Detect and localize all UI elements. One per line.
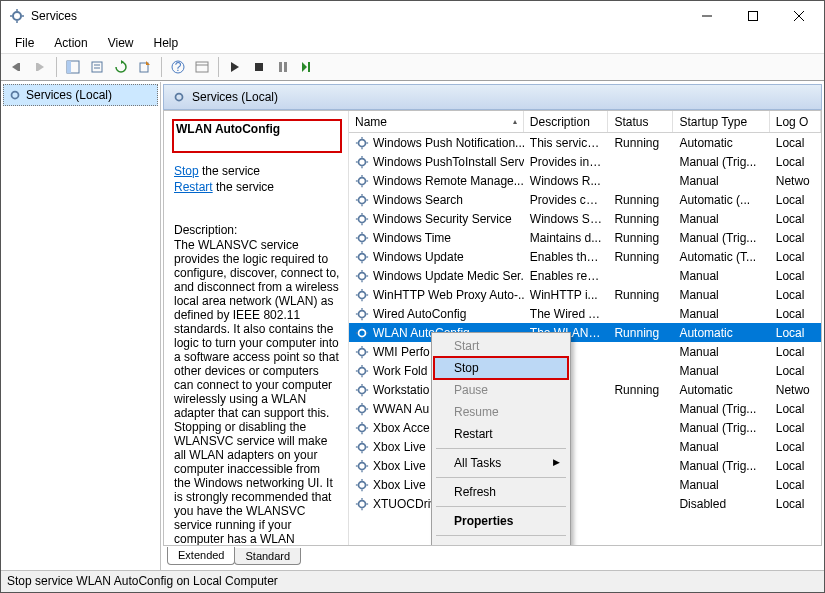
ctx-pause: Pause <box>434 379 568 401</box>
gear-icon <box>355 345 369 359</box>
service-row[interactable]: Windows Remote Manage...Windows R...Manu… <box>349 171 821 190</box>
col-startup-type[interactable]: Startup Type <box>673 111 769 132</box>
svg-rect-10 <box>36 63 38 71</box>
tab-standard[interactable]: Standard <box>234 548 301 565</box>
show-hide-tree-button[interactable] <box>62 56 84 78</box>
col-name[interactable]: Name▴ <box>349 111 524 132</box>
description-text: The WLANSVC service provides the logic r… <box>174 238 340 545</box>
restart-service-button[interactable] <box>296 56 318 78</box>
service-row[interactable]: Work Foldvice ...ManualLocal <box>349 361 821 380</box>
gear-icon <box>355 326 369 340</box>
gear-icon <box>355 231 369 245</box>
refresh-button[interactable] <box>110 56 132 78</box>
console-properties-button[interactable] <box>191 56 213 78</box>
svg-point-97 <box>359 405 366 412</box>
svg-point-107 <box>359 443 366 450</box>
pause-service-button[interactable] <box>272 56 294 78</box>
service-row[interactable]: WinHTTP Web Proxy Auto-...WinHTTP i...Ru… <box>349 285 821 304</box>
ctx-stop[interactable]: Stop <box>434 357 568 379</box>
col-logon[interactable]: Log O <box>770 111 821 132</box>
restart-link[interactable]: Restart <box>174 180 213 194</box>
menu-help[interactable]: Help <box>144 34 189 52</box>
ctx-start: Start <box>434 335 568 357</box>
service-row[interactable]: Xbox Accevice ...Manual (Trig...Local <box>349 418 821 437</box>
svg-point-25 <box>12 92 19 99</box>
close-button[interactable] <box>776 1 822 31</box>
svg-rect-21 <box>255 63 263 71</box>
menu-action[interactable]: Action <box>44 34 97 52</box>
minimize-button[interactable] <box>684 1 730 31</box>
svg-point-47 <box>359 215 366 222</box>
gear-icon <box>355 174 369 188</box>
tab-strip: Extended Standard <box>163 548 822 570</box>
maximize-button[interactable] <box>730 1 776 31</box>
gear-icon <box>355 440 369 454</box>
svg-rect-6 <box>749 12 758 21</box>
svg-point-102 <box>359 424 366 431</box>
svg-point-0 <box>13 12 21 20</box>
submenu-arrow-icon: ▶ <box>553 457 560 467</box>
title-bar: Services <box>1 1 824 31</box>
ctx-restart[interactable]: Restart <box>434 423 568 445</box>
svg-point-122 <box>359 500 366 507</box>
col-description[interactable]: Description <box>524 111 609 132</box>
ctx-help[interactable]: Help <box>434 539 568 545</box>
svg-rect-13 <box>92 62 102 72</box>
service-row[interactable]: Windows UpdateEnables the ...RunningAuto… <box>349 247 821 266</box>
gear-icon <box>355 383 369 397</box>
gear-icon <box>355 497 369 511</box>
export-button[interactable] <box>134 56 156 78</box>
help-button[interactable]: ? <box>167 56 189 78</box>
gear-icon <box>355 155 369 169</box>
service-row[interactable]: WWAN Auvice ...Manual (Trig...Local <box>349 399 821 418</box>
menu-file[interactable]: File <box>5 34 44 52</box>
window-title: Services <box>31 9 77 23</box>
service-row[interactable]: Windows Security ServiceWindows Se...Run… <box>349 209 821 228</box>
back-button[interactable] <box>5 56 27 78</box>
pane-header: Services (Local) <box>163 84 822 110</box>
right-pane: Services (Local) WLAN AutoConfig Stop th… <box>161 82 824 570</box>
svg-rect-22 <box>279 62 282 72</box>
service-row[interactable]: Windows PushToInstall Serv...Provides in… <box>349 152 821 171</box>
svg-rect-19 <box>196 62 208 72</box>
service-row[interactable]: Windows SearchProvides co...RunningAutom… <box>349 190 821 209</box>
svg-point-87 <box>359 367 366 374</box>
start-service-button[interactable] <box>224 56 246 78</box>
service-row[interactable]: Xbox Livevice ...ManualLocal <box>349 475 821 494</box>
stop-link[interactable]: Stop <box>174 164 199 178</box>
status-bar: Stop service WLAN AutoConfig on Local Co… <box>1 570 824 592</box>
gear-icon <box>355 478 369 492</box>
tree-root-services-local[interactable]: Services (Local) <box>3 84 158 106</box>
description-label: Description: <box>174 223 340 237</box>
gear-icon <box>355 136 369 150</box>
stop-service-button[interactable] <box>248 56 270 78</box>
tab-extended[interactable]: Extended <box>167 547 235 565</box>
toolbar: ? <box>1 53 824 81</box>
svg-point-42 <box>359 196 366 203</box>
gear-icon <box>355 421 369 435</box>
ctx-refresh[interactable]: Refresh <box>434 481 568 503</box>
service-row[interactable]: Windows Update Medic Ser...Enables rem..… <box>349 266 821 285</box>
list-header: Name▴ Description Status Startup Type Lo… <box>349 111 821 133</box>
col-status[interactable]: Status <box>608 111 673 132</box>
service-row[interactable]: Xbox Lives au...ManualLocal <box>349 437 821 456</box>
service-row[interactable]: Xbox Livevice ...Manual (Trig...Local <box>349 456 821 475</box>
service-row[interactable]: Wired AutoConfigThe Wired A...ManualLoca… <box>349 304 821 323</box>
menu-view[interactable]: View <box>98 34 144 52</box>
ctx-all-tasks[interactable]: All Tasks▶ <box>434 452 568 474</box>
ctx-resume: Resume <box>434 401 568 423</box>
svg-rect-24 <box>308 62 310 72</box>
sort-ascending-icon: ▴ <box>513 117 517 126</box>
ctx-properties[interactable]: Properties <box>434 510 568 532</box>
svg-point-82 <box>359 348 366 355</box>
gear-icon <box>355 364 369 378</box>
service-row[interactable]: WMI Perfos pe...ManualLocal <box>349 342 821 361</box>
service-row[interactable]: WLAN AutoConfigThe WLANS...RunningAutoma… <box>349 323 821 342</box>
service-row[interactable]: Windows TimeMaintains d...RunningManual … <box>349 228 821 247</box>
forward-button[interactable] <box>29 56 51 78</box>
properties-toolbar-button[interactable] <box>86 56 108 78</box>
service-row[interactable]: XTUOCDrivDisabledLocal <box>349 494 821 513</box>
context-menu: Start Stop Pause Resume Restart All Task… <box>431 332 571 545</box>
service-row[interactable]: Workstationd ...RunningAutomaticNetwo <box>349 380 821 399</box>
service-row[interactable]: Windows Push Notification...This service… <box>349 133 821 152</box>
